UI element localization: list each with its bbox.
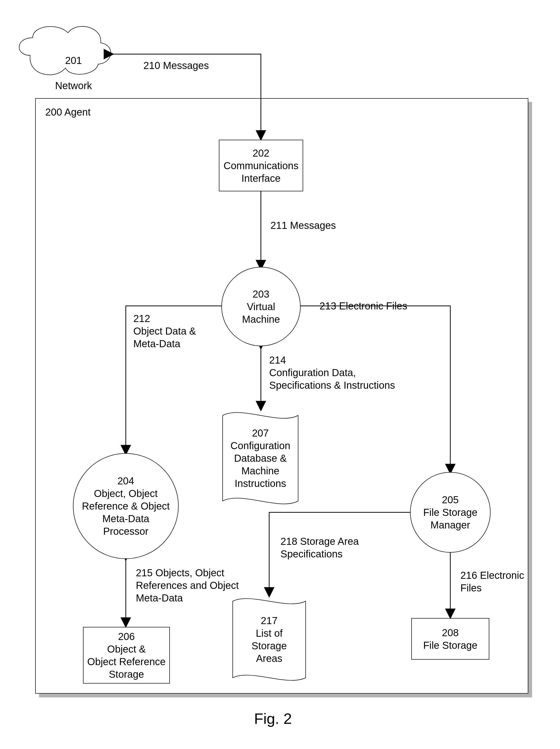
- agent-label: 200 Agent: [45, 106, 91, 118]
- edge-215-label: 215 Objects, ObjectReferences and Object…: [136, 566, 239, 604]
- node-name: VirtualMachine: [242, 301, 280, 325]
- node-config-db: 207 ConfigurationDatabase &MachineInstru…: [221, 408, 299, 509]
- edge-211-label: 211 Messages: [270, 219, 336, 232]
- node-num: 208: [442, 627, 459, 638]
- node-num: 207: [252, 428, 269, 438]
- edge-212-label: 212Object Data &Meta-Data: [133, 312, 196, 350]
- node-num: 202: [252, 148, 269, 158]
- node-num: 203: [252, 288, 269, 300]
- cloud-label: 201 Network: [43, 42, 93, 105]
- node-num: 206: [118, 631, 135, 642]
- node-comm-interface: 202 CommunicationsInterface: [219, 140, 303, 191]
- node-num: 205: [442, 494, 459, 505]
- node-name: Object &Object ReferenceStorage: [87, 643, 165, 680]
- figure-caption: Fig. 2: [254, 710, 292, 727]
- node-num: 217: [261, 615, 278, 626]
- cloud-num: 201: [65, 55, 82, 66]
- cloud-name: Network: [55, 80, 92, 91]
- edge-218-label: 218 Storage AreaSpecifications: [281, 535, 359, 560]
- diagram-page: 200 Agent 201 Network: [0, 0, 560, 749]
- node-file-storage: 208 File Storage: [411, 618, 489, 660]
- edge-214-label: 214Configuration Data,Specifications & I…: [269, 354, 395, 391]
- edge-213-label: 213 Electronic Files: [319, 300, 407, 312]
- node-name: ConfigurationDatabase &MachineInstructio…: [230, 440, 290, 489]
- edge-210-label: 210 Messages: [143, 59, 209, 72]
- node-virtual-machine: 203 VirtualMachine: [221, 267, 300, 346]
- edge-216-label: 216 ElectronicFiles: [461, 569, 524, 594]
- node-file-storage-manager: 205 File StorageManager: [410, 472, 491, 553]
- node-name: File StorageManager: [423, 507, 477, 531]
- node-object-storage: 206 Object &Object ReferenceStorage: [83, 627, 170, 684]
- node-object-processor: 204 Object, ObjectReference & ObjectMeta…: [73, 453, 179, 559]
- node-name: File Storage: [423, 640, 477, 651]
- node-name: List ofStorageAreas: [251, 628, 287, 664]
- node-num: 204: [117, 475, 134, 486]
- node-storage-areas-list: 217 List ofStorageAreas: [231, 594, 307, 685]
- node-name: CommunicationsInterface: [224, 160, 299, 184]
- node-name: Object, ObjectReference & ObjectMeta-Dat…: [82, 488, 170, 537]
